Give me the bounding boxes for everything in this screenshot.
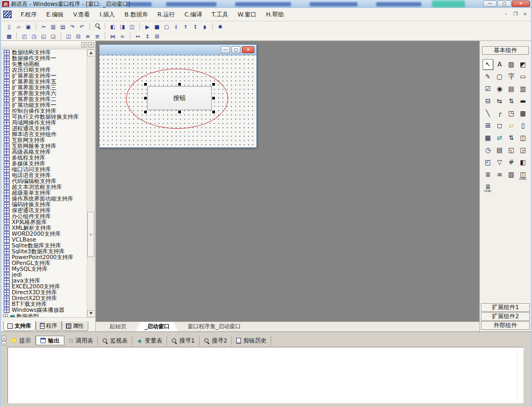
container-icon[interactable]: ┌ xyxy=(494,108,505,119)
align-left-icon[interactable]: ◰ xyxy=(20,31,29,40)
pause-icon[interactable]: ◗ xyxy=(200,22,210,30)
menu-item[interactable]: H.帮助 xyxy=(261,9,289,20)
listbox-icon[interactable]: ▤ xyxy=(506,84,517,94)
center-horizontal-icon[interactable]: ◫ xyxy=(64,31,73,40)
grid-icon[interactable]: # xyxy=(506,157,517,168)
size-both-icon[interactable]: ⊞ xyxy=(152,31,162,40)
bottom-panel-dock-icon[interactable]: ▫ xyxy=(2,341,6,346)
printer-icon[interactable]: ▤ xyxy=(494,145,505,155)
menu-item[interactable]: W.窗口 xyxy=(233,9,261,20)
tab-control-icon[interactable]: ◧ xyxy=(518,157,528,168)
new-file-icon[interactable]: ▯ xyxy=(4,22,14,30)
monitor-icon[interactable]: ◫ xyxy=(518,132,528,143)
basic-components-button[interactable]: 基本组件 xyxy=(482,46,529,55)
menu-item[interactable]: I.插入 xyxy=(95,9,120,20)
tab-variable-table[interactable]: ◈ 变量表 xyxy=(132,336,167,345)
funnel-icon[interactable]: ▽ xyxy=(494,157,505,168)
menu-item[interactable]: T.工具 xyxy=(207,9,233,20)
tree-scrollbar[interactable]: ▲ ≡ ▼ xyxy=(87,49,94,317)
resize-handle[interactable] xyxy=(212,111,215,113)
table-icon[interactable]: ▦ xyxy=(483,132,493,143)
tab-call-table[interactable]: 调用表 xyxy=(64,336,98,345)
output-scrollbar[interactable] xyxy=(517,347,523,403)
resize-handle[interactable] xyxy=(144,97,147,99)
document-icon[interactable]: ▯ xyxy=(518,120,528,131)
library-tree-item[interactable]: Windows媒体播放器 xyxy=(2,307,94,313)
tab-properties[interactable]: 属性 xyxy=(62,321,88,331)
designer-close-button[interactable]: ✕ xyxy=(242,46,254,53)
undo-icon[interactable]: ↶ xyxy=(77,22,87,30)
resize-handle[interactable] xyxy=(212,83,215,86)
menu-item[interactable]: R.运行 xyxy=(153,9,180,20)
find-text-icon[interactable]: ✱ xyxy=(215,22,225,30)
imagebox-icon[interactable]: ▩ xyxy=(518,108,528,119)
resize-handle[interactable] xyxy=(144,83,147,86)
cut-icon[interactable]: ✂ xyxy=(39,22,48,30)
menu-item[interactable]: B.数据库 xyxy=(120,9,153,20)
menu-item[interactable]: E.编辑 xyxy=(41,9,68,20)
listview-icon[interactable]: ▥ xyxy=(518,84,528,94)
tab-output[interactable]: 输出 xyxy=(36,336,64,345)
bottom-panel-close-icon[interactable]: × xyxy=(2,336,6,340)
space-down-icon[interactable]: ≣ xyxy=(93,31,102,40)
odbc-icon[interactable]: ◫ ODBC xyxy=(518,169,528,180)
ruler-icon[interactable]: ▬ xyxy=(518,96,528,106)
menu-item[interactable]: V.查看 xyxy=(69,9,95,20)
calendar-icon[interactable]: ⊞ xyxy=(483,120,493,131)
menu-item[interactable]: F.程序 xyxy=(16,9,41,20)
output-pane[interactable] xyxy=(7,347,523,403)
mdi-close-icon[interactable]: × xyxy=(521,10,529,17)
resize-handle[interactable] xyxy=(144,111,147,113)
form-designer-window[interactable]: —▢✕ 按钮 xyxy=(99,44,257,148)
selected-control[interactable]: 按钮 xyxy=(144,83,215,113)
palette-group-button[interactable]: 扩展组件1 xyxy=(481,303,530,312)
panel-float-button[interactable]: ▫ xyxy=(81,42,87,47)
align-top-icon[interactable]: ◱ xyxy=(39,31,48,40)
scroll-up-icon[interactable]: ▲ xyxy=(87,49,95,56)
size-width-icon[interactable]: ↔ xyxy=(133,31,143,40)
step-into-icon[interactable]: ⇓ xyxy=(171,22,181,30)
step-over-icon[interactable]: ↕ xyxy=(190,22,200,30)
align-right-icon[interactable]: ◳ xyxy=(29,31,39,40)
designer-maximize-button[interactable]: ▢ xyxy=(231,46,240,53)
palette-group-button[interactable]: 扩展组件2 xyxy=(481,312,530,321)
picture-icon[interactable]: ▨ xyxy=(506,59,517,70)
combobox-icon[interactable]: ⊟ xyxy=(483,96,493,106)
folder-icon[interactable]: ▱ xyxy=(506,120,517,131)
debug-window-icon[interactable]: ▢ xyxy=(162,22,171,30)
tab-program[interactable]: 程序 xyxy=(36,321,62,331)
groupbox-icon[interactable]: ▢ xyxy=(494,71,505,82)
tab-start-page[interactable]: 起始页 xyxy=(101,322,135,331)
line-icon[interactable]: ╲ xyxy=(483,108,493,119)
paste-icon[interactable]: ▤ xyxy=(58,22,68,30)
picture2-icon[interactable]: ▧ xyxy=(506,169,517,180)
horizontal-splitter[interactable] xyxy=(1,331,531,335)
panel-layout-left-icon[interactable]: ◧ xyxy=(108,22,118,30)
disk-icon[interactable]: ◳ xyxy=(506,108,517,119)
center-vertical-icon[interactable]: ⊟ xyxy=(73,31,83,40)
scrollbar-thumb[interactable]: ≡ xyxy=(87,212,94,257)
expand-icon[interactable]: + xyxy=(3,314,8,318)
find-icon[interactable] xyxy=(93,22,102,30)
tab-startup-window[interactable]: _启动窗口 xyxy=(136,322,178,331)
mdi-restore-icon[interactable]: ❒ xyxy=(512,10,519,17)
tab-window-program-set[interactable]: 窗口程序集_启动窗口 xyxy=(179,322,250,331)
maximize-button[interactable]: ▢ xyxy=(497,1,511,7)
updown-icon[interactable]: ⇅ xyxy=(506,132,517,143)
save-icon[interactable]: ▣ xyxy=(23,22,33,30)
window-in-icon[interactable]: ◱ xyxy=(506,145,517,155)
shape-icon[interactable]: ◩ xyxy=(518,59,528,70)
frame-icon[interactable]: ▭ xyxy=(518,71,528,82)
form-button[interactable]: 按钮 xyxy=(147,86,212,110)
copy-icon[interactable]: ▥ xyxy=(48,22,58,30)
radio-icon[interactable]: ◉ xyxy=(494,84,505,94)
panel-close-button[interactable]: × xyxy=(88,42,94,47)
button-icon[interactable]: ◻ xyxy=(494,120,505,131)
checkbox-icon[interactable]: ☑ xyxy=(483,84,493,94)
tab-support-libraries[interactable]: 支持库 xyxy=(3,321,36,331)
resize-handle[interactable] xyxy=(212,97,215,99)
hscrollbar-icon[interactable]: ⇆ xyxy=(494,96,505,106)
palette-group-button[interactable]: 外部组件 xyxy=(481,321,530,330)
network-icon[interactable]: ⇄ xyxy=(494,132,505,143)
same-width-icon[interactable]: ⋈ xyxy=(108,31,118,40)
